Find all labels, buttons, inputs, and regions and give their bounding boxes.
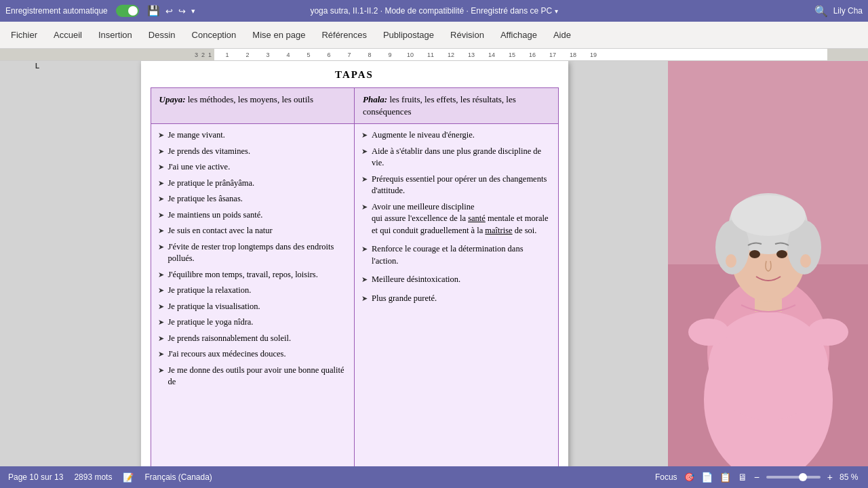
tab-aide[interactable]: Aide [545,24,579,45]
save-location: Enregistré dans ce PC [471,6,552,16]
language: Français (Canada) [144,472,212,482]
ribbon: Fichier Accueil Insertion Dessin Concept… [0,22,868,49]
table-header-row: Upaya: les méthodes, les moyens, les out… [151,87,559,124]
left-margin-marker: L [34,61,41,71]
right-column-header: Phala: les fruits, les effets, les résul… [355,88,558,123]
list-item: ➤ J'équilibre mon temps, travail, repos,… [158,269,348,281]
autosave-toggle[interactable] [116,5,139,17]
undo-icon[interactable]: ↩ [165,6,173,16]
bullet-icon: ➤ [158,333,164,344]
spell-check-icon[interactable]: 📝 [123,472,134,483]
bullet-icon: ➤ [158,317,164,327]
tab-accueil[interactable]: Accueil [45,24,90,45]
left-column-body: ➤ Je mange vivant. ➤ Je prends des vitam… [151,124,355,466]
svg-point-10 [776,250,787,258]
sante-word: santé [468,214,486,223]
bullet-icon: ➤ [158,270,164,280]
list-item: ➤ Je me donne des outils pour avoir une … [158,365,348,388]
list-item: ➤ J'ai une vie active. [158,161,348,174]
person-illustration [668,61,868,466]
right-column-body: ➤ Augmente le niveau d'énergie. ➤ Aide à… [355,124,558,466]
tab-publipostage[interactable]: Publipostage [375,24,442,45]
tab-insertion[interactable]: Insertion [90,24,140,45]
outline-view-icon[interactable]: 📋 [719,472,731,483]
list-item: ➤ Prérequis essentiel pour opérer un des… [361,174,551,197]
bullet-icon: ➤ [158,242,164,252]
ruler-tick: 18 [563,52,583,58]
zoom-thumb [799,473,807,481]
zoom-minus[interactable]: − [754,472,760,483]
word-count: 2893 mots [74,472,112,482]
bullet-icon: ➤ [158,365,164,375]
left-header-text: les méthodes, les moyens, les outils [188,94,313,104]
ruler-tick: 6 [319,52,339,58]
zoom-slider[interactable] [766,476,821,479]
autosave-label: Enregistrement automatique [5,6,108,16]
ruler-tick: 17 [542,52,563,58]
bullet-icon: ➤ [361,130,368,140]
compatibility-mode: Mode de compatibilité [384,6,464,16]
webcam-feed [668,61,868,466]
redo-icon[interactable]: ↪ [178,6,186,16]
bullet-icon: ➤ [158,130,164,140]
list-item: ➤ Plus grande pureté. [361,293,551,305]
tab-conception[interactable]: Conception [184,24,245,45]
ruler: 3 2 1 1 2 3 4 5 6 7 8 9 10 11 12 13 14 1… [0,49,868,61]
save-icon[interactable]: 💾 [147,5,160,17]
ruler-right-margin [827,49,868,60]
focus-label: Focus [655,472,677,482]
search-icon[interactable]: 🔍 [814,5,828,18]
zoom-percent: 85 % [840,472,860,482]
bullet-icon: ➤ [158,349,164,359]
ruler-numbers: 1 2 3 4 5 6 7 8 9 10 11 12 13 14 15 16 1… [214,49,827,60]
web-layout-icon[interactable]: 🖥 [738,472,747,483]
bullet-icon: ➤ [361,274,368,285]
list-item: ➤ Je pratique les âsanas. [158,193,348,205]
page-info: Page 10 sur 13 [8,472,63,482]
save-dropdown-icon[interactable]: ▾ [555,7,558,15]
ruler-tick: 4 [278,52,298,58]
list-item: ➤ Je mange vivant. [158,129,348,142]
statusbar-right: Focus 🎯 📄 📋 🖥 − + 85 % [655,472,860,483]
tab-dessin[interactable]: Dessin [140,24,184,45]
ruler-tick: 10 [400,52,420,58]
zoom-plus[interactable]: + [827,472,833,483]
tab-references[interactable]: Références [313,24,374,45]
upaya-label: Upaya: [159,94,186,104]
tab-revision[interactable]: Révision [442,24,492,45]
quick-access-dropdown[interactable]: ▾ [191,7,195,16]
ruler-tick: 13 [461,52,481,58]
focus-icon[interactable]: 🎯 [684,472,694,482]
page-title: TAPAS [141,61,568,87]
ruler-tick: 16 [522,52,542,58]
list-item: ➤ Avoir une meilleure discipline qui ass… [361,201,551,237]
bullet-icon: ➤ [158,226,164,236]
bullet-icon: ➤ [158,194,164,204]
toggle-knob [128,6,138,16]
ruler-tick: 1 [217,52,237,58]
list-item: ➤ Je pratique le yoga nîdra. [158,317,348,329]
ruler-tick: 15 [502,52,522,58]
main-area: L TAPAS Upaya: les méthodes, les moyens,… [0,61,868,466]
left-gutter: L [0,61,41,466]
svg-point-16 [808,319,848,346]
title-bar: Enregistrement automatique 💾 ↩ ↪ ▾ yoga … [0,0,868,22]
bullet-icon: ➤ [361,146,368,157]
ruler-tick: 8 [359,52,380,58]
list-item: ➤ Aide à s'établir dans une plus grande … [361,146,551,169]
status-bar: Page 10 sur 13 2893 mots 📝 Français (Can… [0,466,868,488]
list-item: ➤ Renforce le courage et la déterminatio… [361,243,551,267]
tab-mise-en-page[interactable]: Mise en page [244,24,313,45]
print-layout-icon[interactable]: 📄 [701,472,713,483]
tab-fichier[interactable]: Fichier [3,24,45,45]
tab-affichage[interactable]: Affichage [492,24,545,45]
svg-point-15 [688,319,729,346]
bullet-icon: ➤ [158,146,164,157]
list-item: ➤ J'évite de rester trop longtemps dans … [158,241,348,265]
phala-label: Phala: [363,94,387,104]
ruler-tick: 3 [258,52,278,58]
list-item: ➤ Je pratique le prânâyâma. [158,178,348,190]
bullet-icon: ➤ [361,174,368,184]
ruler-tick: 12 [441,52,461,58]
document-area[interactable]: TAPAS Upaya: les méthodes, les moyens, l… [41,61,668,466]
